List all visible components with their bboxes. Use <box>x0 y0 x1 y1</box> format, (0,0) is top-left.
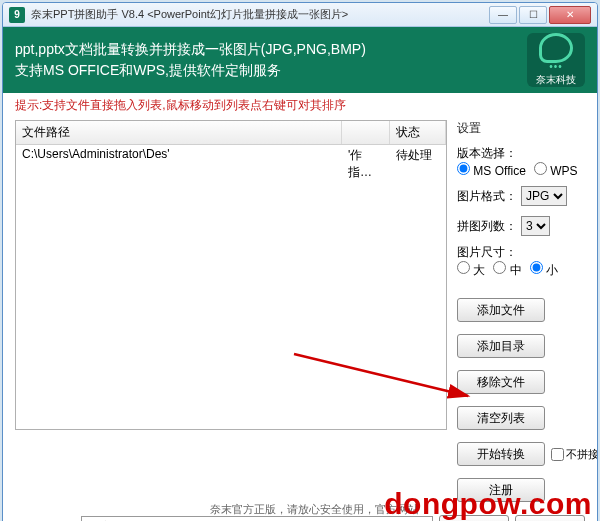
radio-mid-label: 中 <box>510 263 522 277</box>
table-row[interactable]: C:\Users\Administrator\Des' '作指… 待处理 <box>16 145 446 183</box>
cell-status: 待处理 <box>390 145 446 183</box>
banner-line2: 支持MS OFFICE和WPS,提供软件定制服务 <box>15 60 519 81</box>
radio-wps-label: WPS <box>550 164 577 178</box>
banner-line1: ppt,pptx文档批量转换并拼接成一张图片(JPG,PNG,BMP) <box>15 39 519 60</box>
window-controls: — ☐ ✕ <box>489 6 591 24</box>
maximize-button[interactable]: ☐ <box>519 6 547 24</box>
radio-msoffice[interactable]: MS Office <box>457 162 526 178</box>
format-group: 图片格式： JPG <box>457 186 585 206</box>
cols-group: 拼图列数： 3 <box>457 216 585 236</box>
banner-text: ppt,pptx文档批量转换并拼接成一张图片(JPG,PNG,BMP) 支持MS… <box>15 39 519 81</box>
app-icon: 9 <box>9 7 25 23</box>
list-body[interactable]: C:\Users\Administrator\Des' '作指… 待处理 <box>16 145 446 429</box>
minimize-button[interactable]: — <box>489 6 517 24</box>
banner: ppt,pptx文档批量转换并拼接成一张图片(JPG,PNG,BMP) 支持MS… <box>3 27 597 93</box>
version-label: 版本选择： <box>457 145 585 162</box>
list-header: 文件路径 状态 <box>16 121 446 145</box>
radio-size-mid[interactable]: 中 <box>493 261 521 279</box>
hint-text: 提示:支持文件直接拖入列表,鼠标移动到列表点右键可对其排序 <box>3 93 597 120</box>
settings-title: 设置 <box>457 120 585 137</box>
close-button[interactable]: ✕ <box>549 6 591 24</box>
no-merge-checkbox[interactable]: 不拼接 <box>551 447 598 462</box>
radio-small-label: 小 <box>546 263 558 277</box>
size-group: 图片尺寸： 大 中 小 <box>457 244 585 279</box>
brand-logo: ••• 奈末科技 <box>527 33 585 87</box>
logo-nine-icon <box>539 33 573 63</box>
radio-size-big[interactable]: 大 <box>457 261 485 279</box>
cell-path: C:\Users\Administrator\Des' <box>16 145 342 183</box>
content-area: 文件路径 状态 C:\Users\Administrator\Des' '作指…… <box>3 120 597 511</box>
size-label: 图片尺寸： <box>457 244 585 261</box>
add-file-button[interactable]: 添加文件 <box>457 298 545 322</box>
radio-big-label: 大 <box>473 263 485 277</box>
version-group: 版本选择： MS Office WPS <box>457 145 585 178</box>
start-row: 开始转换 不拼接 <box>457 439 585 469</box>
titlebar: 9 奈末PPT拼图助手 V8.4 <PowerPoint幻灯片批量拼接成一张图片… <box>3 3 597 27</box>
settings-panel: 设置 版本选择： MS Office WPS 图片格式： JPG 拼图列数： 3 <box>457 120 585 505</box>
format-label: 图片格式： <box>457 188 517 205</box>
window-title: 奈末PPT拼图助手 V8.4 <PowerPoint幻灯片批量拼接成一张图片> <box>31 7 489 22</box>
format-select[interactable]: JPG <box>521 186 567 206</box>
clear-list-button[interactable]: 清空列表 <box>457 406 545 430</box>
add-dir-button[interactable]: 添加目录 <box>457 334 545 358</box>
app-window: 9 奈末PPT拼图助手 V8.4 <PowerPoint幻灯片批量拼接成一张图片… <box>2 2 598 521</box>
cols-label: 拼图列数： <box>457 218 517 235</box>
no-merge-label: 不拼接 <box>566 447 598 462</box>
start-convert-button[interactable]: 开始转换 <box>457 442 545 466</box>
radio-wps[interactable]: WPS <box>534 162 578 178</box>
radio-size-small[interactable]: 小 <box>530 261 558 279</box>
cols-select[interactable]: 3 <box>521 216 550 236</box>
brand-name: 奈末科技 <box>536 73 576 87</box>
cell-author: '作指… <box>342 145 390 183</box>
watermark: dongpow.com <box>384 487 592 521</box>
col-header-path[interactable]: 文件路径 <box>16 121 342 144</box>
radio-msoffice-label: MS Office <box>473 164 525 178</box>
file-list[interactable]: 文件路径 状态 C:\Users\Administrator\Des' '作指…… <box>15 120 447 430</box>
col-header-status[interactable]: 状态 <box>390 121 446 144</box>
remove-file-button[interactable]: 移除文件 <box>457 370 545 394</box>
col-header-author[interactable] <box>342 121 390 144</box>
